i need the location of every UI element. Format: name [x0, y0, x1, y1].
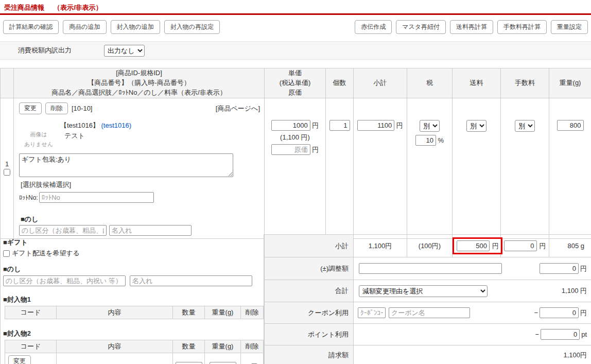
- section-title: 受注商品情報: [4, 4, 44, 11]
- summary-shipping-input[interactable]: [457, 240, 490, 251]
- recalc-shipping-button[interactable]: 送料再計算: [450, 20, 493, 34]
- summary-table: 小計 1,100円 (100円) 円 円: [264, 234, 591, 364]
- row-checkbox[interactable]: [4, 169, 10, 176]
- weight-setting-button[interactable]: 重量設定: [551, 20, 588, 34]
- gift-delivery-label: ギフト配送を希望する: [12, 249, 80, 258]
- toolbar-right: 赤伝作成 マスタ再紐付 送料再計算 手数料再計算 重量設定: [355, 20, 588, 34]
- summary-total-row: 合計 減額変更理由を選択 1,100 円: [265, 280, 591, 302]
- visibility-toggle-link[interactable]: （表示/非表示）: [54, 4, 102, 11]
- insert1-header-content: 内容: [57, 306, 173, 319]
- product-page-link[interactable]: [商品ページへ]: [216, 104, 260, 113]
- header-fee: 手数料: [501, 68, 549, 98]
- adjustment-yen: 円: [580, 264, 587, 273]
- weight-input[interactable]: [557, 120, 584, 131]
- coupon-amount-input[interactable]: [540, 307, 579, 318]
- subtotal-input[interactable]: [357, 120, 394, 131]
- header-weight: 重量(g): [549, 68, 591, 98]
- points-minus-sign: −: [535, 331, 540, 338]
- product-options-textarea[interactable]: ギフト包装:あり: [19, 153, 233, 177]
- gift-delivery-option[interactable]: ギフト配送を希望する: [3, 249, 262, 258]
- option-candidate-link[interactable]: [選択肢候補選択]: [21, 180, 261, 189]
- coupon-code-input[interactable]: [358, 307, 386, 318]
- insert2-delete-cell: [241, 353, 264, 364]
- tax-output-select[interactable]: 出力なし: [104, 45, 145, 57]
- tax-output-bar: 消費税額内訳出力 出力なし: [0, 41, 591, 60]
- summary-total-weight: 805 g: [549, 235, 591, 257]
- relink-master-button[interactable]: マスタ再紐付: [396, 20, 446, 34]
- discount-reason-select[interactable]: 減額変更理由を選択: [359, 285, 488, 297]
- noshi-inputs-row: [3, 275, 262, 286]
- adjustment-amount-input[interactable]: [540, 263, 579, 274]
- header-select-col: [1, 68, 14, 98]
- calc-result-button[interactable]: 計算結果の確認: [3, 20, 59, 34]
- fee-cell: 別: [501, 98, 549, 239]
- order-item-info-page: 受注商品情報（表示/非表示） 計算結果の確認 商品の追加 封入物の追加 封入物の…: [0, 0, 591, 364]
- product-name-block: 【test1016】 (test1016) テスト: [60, 116, 131, 149]
- recalc-fee-button[interactable]: 手数料再計算: [497, 20, 547, 34]
- insert2-header-row: コード 内容 数量 重量(g) 削除: [5, 340, 264, 353]
- insert2-header-content: 内容: [57, 340, 173, 353]
- insert2-change-button[interactable]: 変更: [8, 355, 31, 364]
- tax-type-select[interactable]: 別: [420, 120, 440, 132]
- summary-fee-yen: 円: [540, 241, 546, 251]
- table-header-row: [商品ID-規格ID] 【商品番号】（購入時-商品番号） 商品名／商品選択肢／ﾛ…: [1, 68, 591, 98]
- weight-cell: [549, 98, 591, 239]
- summary-fee-input[interactable]: [504, 240, 537, 251]
- points-cell: − pt: [354, 324, 591, 345]
- adjustment-label: (±)調整額: [265, 257, 354, 280]
- summary-subtotal-tax: (100円): [407, 235, 453, 257]
- page-title: 受注商品情報（表示/非表示）: [4, 3, 102, 12]
- insert2-header-qty: 数量: [173, 340, 205, 353]
- lot-no-input[interactable]: [39, 192, 154, 203]
- insert1-header-weight: 重量(g): [205, 306, 241, 319]
- adjustment-input[interactable]: [359, 263, 502, 274]
- insert2-data-row: 変更 002chirashi リピート購入者チラシ: [5, 353, 264, 364]
- shipping-type-select[interactable]: 別: [466, 120, 486, 132]
- product-row: 1 変更 削除 [10-10] [商品ページへ] 画像は ありません: [1, 98, 591, 239]
- noshi-kubun-input[interactable]: [3, 275, 126, 286]
- row-select-cell: 1: [1, 98, 14, 239]
- product-code-link[interactable]: (test1016): [101, 122, 132, 129]
- insert1-header-delete: 削除: [241, 306, 264, 319]
- qty-input[interactable]: [329, 120, 350, 131]
- header-subtotal: 小計: [354, 68, 407, 98]
- points-amount-input[interactable]: [541, 329, 580, 340]
- insert2-qty-input[interactable]: [176, 362, 202, 364]
- insert1-section-title: ■封入物1: [3, 295, 262, 304]
- billing-label: 請求額: [265, 345, 354, 364]
- product-name: テスト: [64, 131, 131, 141]
- billing-amount: 1,100円: [563, 351, 587, 360]
- fee-type-select[interactable]: 別: [515, 120, 535, 132]
- add-insert-button[interactable]: 封入物の追加: [111, 20, 160, 34]
- total-amount: 1,100 円: [562, 286, 587, 296]
- credit-memo-button[interactable]: 赤伝作成: [355, 20, 392, 34]
- summary-subtotal-row: 小計 1,100円 (100円) 円 円: [265, 235, 591, 257]
- unit-price-input[interactable]: [271, 120, 310, 131]
- change-product-button[interactable]: 変更: [19, 102, 42, 114]
- product-code: 【test1016】: [60, 122, 99, 129]
- noshi-name-input[interactable]: [130, 275, 252, 286]
- title-divider: [0, 13, 591, 15]
- adjustment-cell: 円: [354, 257, 591, 280]
- tax-rate-input[interactable]: [415, 135, 436, 146]
- gift-delivery-checkbox[interactable]: [3, 250, 10, 257]
- left-pane: ■ギフト ギフト配送を希望する ■のし ■封入物1 コード 内容 数量 重量(g…: [0, 234, 264, 364]
- insert2-section-title: ■封入物2: [3, 329, 262, 338]
- coupon-yen: 円: [580, 308, 587, 318]
- total-label: 合計: [265, 280, 354, 302]
- insert2-weight-input[interactable]: [210, 362, 236, 364]
- reset-insert-button[interactable]: 封入物の再設定: [164, 20, 220, 34]
- cost-price-input[interactable]: [271, 144, 310, 155]
- subtotal-cell: 円: [354, 98, 407, 239]
- insert1-table: コード 内容 数量 重量(g) 削除: [5, 306, 264, 319]
- delete-product-button[interactable]: 削除: [45, 102, 68, 114]
- summary-adjustment-row: (±)調整額 円: [265, 257, 591, 280]
- add-product-button[interactable]: 商品の追加: [63, 20, 106, 34]
- subtotal-yen: 円: [396, 122, 403, 129]
- shipping-cell: 別: [453, 98, 501, 239]
- summary-billing-row: 請求額 1,100円: [265, 345, 591, 364]
- tax-cell: 別 %: [407, 98, 453, 239]
- summary-fee-cell: 円: [501, 235, 549, 257]
- qty-cell: [326, 98, 354, 239]
- coupon-name-input[interactable]: [389, 307, 470, 318]
